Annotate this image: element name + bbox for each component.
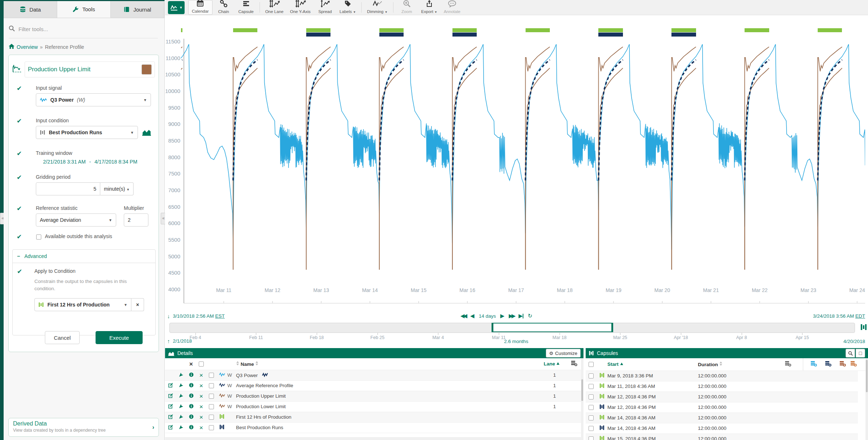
timeline-left-handle[interactable] [492, 323, 493, 332]
details-row[interactable]: ✕WProduction Upper Limit1 [165, 391, 581, 401]
capsule-checkbox[interactable] [589, 415, 594, 420]
reference-statistic-select[interactable]: Average Deviation ▼ [36, 213, 116, 227]
details-hscrollbar[interactable] [165, 437, 583, 440]
toolbar-calendar-button[interactable]: Calendar [188, 0, 212, 15]
info-icon[interactable] [189, 414, 194, 420]
capsule-checkbox[interactable] [589, 405, 594, 410]
capsule-row[interactable]: Mar 15, 2018 4:36 PM12:00:00.000 [586, 433, 865, 440]
derived-data-card[interactable]: Derived Data View data created by tools … [8, 418, 159, 437]
send-icon[interactable] [179, 372, 184, 378]
timeline-right-handle[interactable] [611, 323, 613, 332]
remove-icon[interactable]: ✕ [199, 393, 203, 399]
capsule-row[interactable]: Mar 12, 2018 4:36 PM12:00:00.000 [586, 402, 865, 412]
toolbar-one-lane-button[interactable]: One Lane [262, 0, 287, 15]
remove-icon[interactable]: ✕ [199, 404, 203, 410]
info-icon[interactable] [189, 425, 194, 431]
capsule-checkbox[interactable] [589, 426, 594, 431]
capsule-bar-first-12-hrs[interactable] [598, 28, 623, 32]
add-signal-stat-column-icon[interactable] [821, 358, 835, 371]
add-capsule-column-icon[interactable] [774, 358, 803, 371]
tool-name-field[interactable]: Production Upper Limit [25, 62, 155, 77]
gridding-unit-select[interactable]: minute(s) ▼ [100, 182, 134, 195]
capsule-row[interactable]: Mar 11, 2018 4:36 AM12:00:00.000 [586, 381, 865, 392]
tab-tools[interactable]: Tools [57, 1, 111, 18]
cancel-button[interactable]: Cancel [45, 331, 80, 344]
send-icon[interactable] [179, 404, 184, 410]
capsule-row[interactable]: Mar 14, 2018 4:36 AM12:00:00.000 [586, 423, 865, 433]
capsule-row[interactable]: Mar 12, 2018 4:36 PM12:00:00.000 [586, 392, 865, 402]
send-icon[interactable] [179, 393, 184, 399]
capsule-bar-first-12-hrs[interactable] [671, 28, 696, 32]
chart-plot-svg[interactable] [181, 33, 865, 307]
edit-icon[interactable] [168, 383, 173, 389]
capsule-checkbox[interactable] [589, 384, 594, 389]
range-start-tz[interactable]: EST [215, 313, 225, 319]
details-row[interactable]: ✕WProduction Lower Limit1 [165, 401, 581, 412]
details-scrollbar[interactable] [581, 358, 583, 437]
toolbar-spread-button[interactable]: Spread [314, 0, 336, 15]
filter-tools-search[interactable]: Filter tools... [9, 23, 157, 35]
timeline-selected-range[interactable] [492, 323, 613, 332]
timeline-capsule-icon[interactable] [860, 323, 867, 332]
capsule-bar-first-12-hrs[interactable] [452, 28, 477, 32]
customize-button[interactable]: ⚙ Customize [546, 349, 581, 358]
capsule-bar-first-12-hrs[interactable] [526, 28, 550, 32]
details-lane-column[interactable]: Lane [544, 358, 565, 370]
remove-icon[interactable]: ✕ [199, 372, 203, 378]
capsule-bar-first-12-hrs[interactable] [379, 28, 404, 32]
capsules-zoom-button[interactable] [846, 349, 855, 358]
capsule-row[interactable]: Mar 14, 2018 4:36 AM12:00:00.000 [586, 412, 865, 423]
add-signal-stat-column-icon[interactable] [850, 358, 858, 371]
multiplier-input[interactable]: 2 [124, 213, 148, 227]
step-forward-full-icon[interactable]: ▶▶ [509, 313, 514, 319]
edit-icon[interactable] [168, 393, 173, 399]
edit-icon[interactable] [168, 404, 173, 410]
signal-color-swatch[interactable] [142, 64, 152, 75]
row-checkbox[interactable] [209, 383, 214, 388]
row-checkbox[interactable] [209, 394, 214, 399]
timeline-track[interactable] [169, 323, 855, 333]
edit-icon[interactable] [168, 414, 173, 420]
select-all-checkbox[interactable] [199, 361, 204, 367]
info-icon[interactable] [189, 393, 194, 399]
capsules-collapse-button[interactable]: □ [856, 349, 865, 358]
toolbar-labels-button[interactable]: Labels ▼ [336, 0, 359, 15]
capsules-start-column[interactable]: Start [607, 358, 698, 371]
capsules-duration-column[interactable]: Duration [698, 358, 774, 371]
range-end-tz[interactable]: EDT [855, 313, 865, 319]
execute-button[interactable]: Execute [96, 331, 143, 344]
capsules-select-all-checkbox[interactable] [589, 362, 594, 367]
step-back-full-icon[interactable]: ◀◀ [460, 313, 466, 319]
step-back-half-icon[interactable]: ◀ [470, 313, 475, 319]
toolbar-dimming-button[interactable]: Dimming ▼ [364, 0, 391, 15]
capsules-scrollbar[interactable] [865, 358, 868, 440]
capsule-bar-first-12-hrs[interactable] [181, 28, 182, 32]
capsule-checkbox[interactable] [589, 373, 594, 378]
info-icon[interactable] [189, 372, 194, 378]
breadcrumb-overview-link[interactable]: Overview [17, 44, 38, 50]
row-checkbox[interactable] [209, 373, 214, 378]
details-row[interactable]: ✕WAverage Reference Profile1 [165, 380, 581, 391]
tab-data[interactable]: Data [4, 1, 57, 18]
gridding-period-input[interactable]: 5 [36, 182, 100, 195]
input-condition-select[interactable]: Best Production Runs ▼ [36, 126, 138, 139]
capsule-bar-first-12-hrs[interactable] [745, 28, 769, 32]
range-end-datetime[interactable]: 3/24/2018 3:56 AM EDT [813, 313, 865, 319]
view-mode-dropdown-button[interactable]: ▼ [168, 1, 185, 14]
trend-chart[interactable]: 1150011000105001000095009000850080007500… [165, 15, 868, 311]
toolbar-chain-button[interactable]: Chain [212, 0, 235, 15]
step-forward-half-icon[interactable]: ▶ [500, 313, 505, 319]
toolbar-export-button[interactable]: Export ▼ [418, 0, 441, 15]
add-signal-stat-column-icon[interactable] [806, 358, 821, 371]
send-icon[interactable] [179, 383, 184, 389]
capsule-checkbox[interactable] [589, 394, 594, 399]
tab-journal[interactable]: Journal [111, 1, 164, 18]
input-signal-select[interactable]: Q3 Power (W) ▼ [36, 93, 151, 106]
send-icon[interactable] [179, 425, 184, 431]
step-to-now-icon[interactable]: ▶ [519, 313, 524, 319]
training-end-date[interactable]: 4/17/2018 8:34 PM [94, 159, 137, 165]
capsule-row[interactable]: Mar 9, 2018 3:36 PM12:00:00.000 [586, 371, 865, 381]
row-checkbox[interactable] [209, 415, 214, 420]
training-start-date[interactable]: 2/21/2018 3:31 AM [43, 159, 86, 165]
capsule-bar-first-12-hrs[interactable] [818, 28, 842, 32]
